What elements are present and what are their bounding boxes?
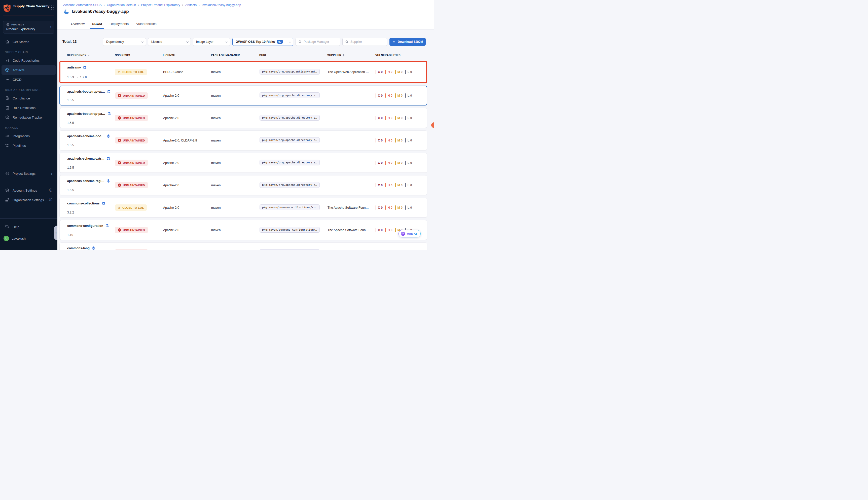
- sidebar-item-compliance[interactable]: Compliance: [1, 93, 56, 103]
- purl-value[interactable]: pkg:maven/org.apache.directory.s…: [260, 92, 320, 98]
- sidebar-item-pipelines[interactable]: Pipelines: [1, 141, 56, 150]
- info-icon[interactable]: ⓘ: [49, 198, 53, 202]
- table-row[interactable]: apacheds-bootstrap-ex… 1.5.5 UNMAINTAINE…: [59, 86, 427, 105]
- module-grid-icon[interactable]: [49, 5, 50, 6]
- purl-cell: pkg:maven/org.apache.directory.s…: [260, 182, 328, 189]
- license-cell: Apache-2.0: [163, 116, 211, 120]
- purl-value[interactable]: pkg:maven/org.apache.directory.s…: [260, 182, 320, 188]
- sidebar-item-code-repositories[interactable]: Code Repositories: [1, 56, 56, 65]
- project-selector[interactable]: PROJECT Product Exploratory ›: [3, 21, 54, 34]
- purl-value[interactable]: pkg:maven/commons-collections/co…: [260, 204, 320, 210]
- supplier-search-input[interactable]: [351, 40, 385, 44]
- sort-icon[interactable]: [343, 54, 344, 56]
- license-filter-select[interactable]: License: [148, 38, 191, 46]
- sidebar-collapse-handle[interactable]: ◀: [54, 226, 57, 240]
- purl-cell: pkg:maven/commons-lang/commons-l…: [260, 249, 328, 250]
- breadcrumb: Account: Automation-SSCA› Organization: …: [63, 3, 241, 7]
- purl-value[interactable]: pkg:maven/org.owasp.antisamy/ant…: [260, 69, 320, 75]
- oss-risk-cell: UNMAINTAINED: [115, 115, 163, 121]
- chevron-down-icon: [141, 40, 144, 43]
- table-row[interactable]: antisamy 1.5.3→1.7.8 CLOSE TO EOL BSD-2-…: [59, 61, 427, 83]
- app-title: Supply Chain Security: [13, 4, 49, 9]
- layers-icon: [83, 66, 87, 69]
- risk-icon: [118, 70, 121, 74]
- layers-icon: [107, 90, 111, 93]
- breadcrumb-artifact-name[interactable]: lavakush07/easy-buggy-app: [202, 3, 241, 7]
- purl-cell: pkg:maven/org.owasp.antisamy/ant…: [260, 69, 328, 75]
- risk-badge: UNMAINTAINED: [115, 182, 148, 188]
- box-wrench-icon: [5, 115, 10, 120]
- package-manager-search-input[interactable]: [304, 40, 338, 44]
- table-row[interactable]: commons-configuration 1.10 UNMAINTAINED …: [59, 220, 427, 240]
- package-manager-cell: maven: [211, 228, 260, 232]
- sidebar-item-rule-definitions[interactable]: Rule Definitions: [1, 103, 56, 113]
- page-header: Account: Automation-SSCA› Organization: …: [57, 0, 434, 19]
- table-row[interactable]: commons-collections 3.2.2 CLOSE TO EOL A…: [59, 198, 427, 217]
- dependency-cell: commons-configuration 1.10: [67, 220, 115, 240]
- sidebar-item-account-settings[interactable]: Account Settings ⓘ: [1, 185, 56, 195]
- sidebar-item-project-settings[interactable]: Project Settings ›: [1, 169, 56, 178]
- dependency-version: 3.2.2: [67, 211, 115, 214]
- ask-ai-button[interactable]: Ask AI: [399, 230, 421, 237]
- vuln-severity-H: H0: [385, 183, 392, 187]
- main-content: Account: Automation-SSCA› Organization: …: [57, 0, 434, 250]
- breadcrumb-artifacts[interactable]: Artifacts: [185, 3, 197, 7]
- purl-value[interactable]: pkg:maven/org.apache.directory.s…: [260, 137, 320, 143]
- sidebar-item-get-started[interactable]: Get Started: [1, 37, 56, 47]
- vulnerabilities-cell: C0H0M0L0: [376, 116, 427, 120]
- sidebar-item-artifacts[interactable]: Artifacts: [1, 65, 56, 75]
- code-repository-icon: [5, 58, 10, 63]
- sidebar-item-cicd[interactable]: CI/CD: [1, 75, 56, 84]
- purl-value[interactable]: pkg:maven/commons-lang/commons-l…: [260, 249, 320, 250]
- owasp-risks-filter-select[interactable]: OWASP OSS Top 10 Risks02: [232, 38, 293, 46]
- layers-icon: [106, 157, 110, 160]
- package-manager-search: [296, 38, 340, 46]
- integrations-icon: [5, 134, 10, 138]
- sidebar-item-help[interactable]: ? Help: [1, 222, 56, 231]
- risk-badge: UNMAINTAINED: [115, 92, 148, 99]
- breadcrumb-account[interactable]: Account: Automation-SSCA: [63, 3, 102, 7]
- sidebar-item-integrations[interactable]: Integrations: [1, 131, 56, 141]
- dependency-filter-select[interactable]: Dependency: [103, 38, 146, 46]
- purl-value[interactable]: pkg:maven/commons-configuration/…: [260, 227, 320, 232]
- artifacts-cube-icon: [5, 68, 10, 72]
- sidebar-item-organization-settings[interactable]: Organization Settings ⓘ: [1, 195, 56, 205]
- breadcrumb-organization[interactable]: Organization: default: [107, 3, 136, 7]
- tab-overview[interactable]: Overview: [71, 19, 84, 29]
- package-manager-cell: maven: [211, 206, 260, 209]
- purl-cell: pkg:maven/org.apache.directory.s…: [260, 115, 328, 121]
- package-manager-cell: maven: [211, 70, 260, 74]
- tab-sbom[interactable]: SBOM: [92, 19, 102, 29]
- sidebar-section-supply-chain: SUPPLY CHAIN: [0, 50, 57, 54]
- layers-icon: [105, 224, 109, 228]
- purl-value[interactable]: pkg:maven/org.apache.directory.s…: [260, 115, 320, 121]
- collapse-arrow-icon: ◀: [55, 232, 56, 234]
- tab-deployments[interactable]: Deployments: [110, 19, 129, 29]
- layers-icon: [107, 112, 111, 116]
- table-row[interactable]: apacheds-schema-regi… 1.5.5 UNMAINTAINED…: [59, 175, 427, 195]
- purl-value[interactable]: pkg:maven/org.apache.directory.s…: [260, 160, 320, 166]
- column-header-purl: PURL: [259, 54, 327, 57]
- risk-badge: CLOSE TO EOL: [115, 204, 147, 211]
- sort-descending-icon[interactable]: [88, 55, 90, 56]
- table-row[interactable]: apacheds-bootstrap-pa… 1.5.5 UNMAINTAINE…: [59, 108, 427, 128]
- license-cell: Apache-2.0: [163, 94, 211, 98]
- sidebar-nav: Get Started SUPPLY CHAIN Code Repositori…: [0, 37, 57, 205]
- package-manager-cell: maven: [211, 161, 260, 164]
- vuln-severity-C: C0: [376, 161, 382, 165]
- home-icon: [5, 39, 10, 44]
- table-row[interactable]: commons-lang UNMAINTAINED Apache-2.0 mav…: [59, 242, 427, 250]
- dependency-name: apacheds-schema-regi…: [67, 179, 104, 183]
- user-menu[interactable]: L Lavakush: [0, 234, 57, 243]
- dependency-version: 1.10: [67, 233, 115, 237]
- image-layer-filter-select[interactable]: Image Layer: [193, 38, 230, 46]
- download-sbom-button[interactable]: Download SBOM: [389, 38, 426, 46]
- table-row[interactable]: apacheds-schema-extr… 1.5.5 UNMAINTAINED…: [59, 153, 427, 173]
- risk-icon: [118, 206, 121, 209]
- tab-vulnerabilities[interactable]: Vulnerabilities: [136, 19, 156, 29]
- sidebar-item-remediation-tracker[interactable]: Remediation Tracker: [1, 113, 56, 122]
- breadcrumb-project[interactable]: Project: Product Exploratory: [141, 3, 180, 7]
- table-row[interactable]: apacheds-schema-boo… 1.5.5 UNMAINTAINED …: [59, 130, 427, 150]
- info-icon[interactable]: ⓘ: [49, 188, 53, 193]
- license-cell: Apache-2.0: [163, 228, 211, 232]
